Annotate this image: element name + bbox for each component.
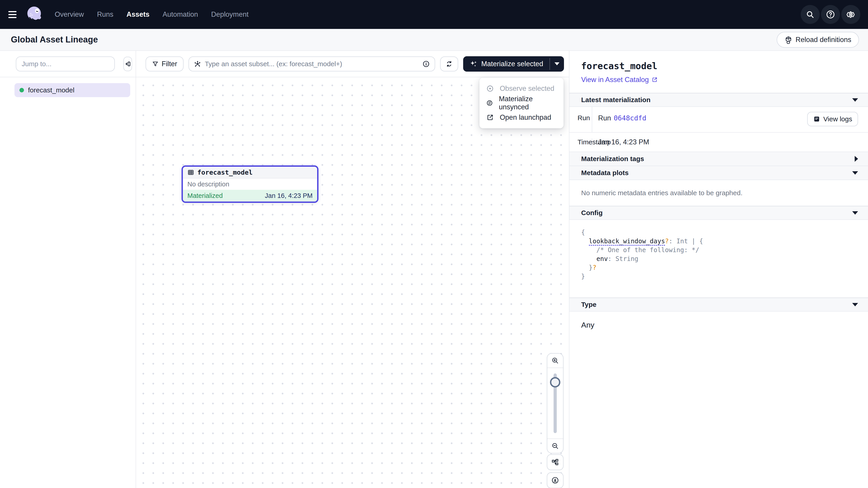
node-title: forecast_model bbox=[197, 168, 252, 176]
jump-to-input[interactable] bbox=[16, 57, 115, 71]
zoom-controls bbox=[547, 353, 563, 453]
timestamp-value: Jan 16, 4:23 PM bbox=[598, 138, 649, 146]
menu-item-observe-selected[interactable]: Observe selected bbox=[479, 81, 563, 96]
filter-funnel-icon bbox=[152, 61, 159, 67]
asset-status-dot bbox=[20, 88, 24, 92]
rearrange-graph-button[interactable] bbox=[547, 454, 563, 470]
sparkles-icon bbox=[469, 60, 477, 68]
lineage-canvas[interactable] bbox=[136, 77, 569, 488]
materialize-options-button[interactable] bbox=[550, 56, 564, 72]
section-metadata-plots[interactable]: Metadata plots bbox=[569, 166, 868, 180]
run-label: Run bbox=[569, 107, 592, 132]
menu-item-label: Materialize unsynced bbox=[499, 95, 557, 111]
asset-subset-input[interactable] bbox=[205, 60, 419, 68]
view-logs-button[interactable]: View logs bbox=[807, 112, 858, 126]
latest-timestamp-row: Timestamp Jan 16, 4:23 PM bbox=[569, 133, 868, 152]
run-id-link[interactable]: 0648cdfd bbox=[614, 114, 647, 132]
nav-item-runs[interactable]: Runs bbox=[97, 10, 113, 19]
latest-run-row: Run Run 0648cdfd View logs bbox=[569, 107, 868, 133]
lineage-graph-panel: Filter Materialize selected bbox=[136, 51, 569, 488]
external-link-icon bbox=[651, 76, 658, 83]
node-description: No description bbox=[183, 178, 317, 190]
section-label: Type bbox=[581, 301, 596, 308]
download-icon bbox=[551, 476, 559, 484]
node-status-badge: Materialized bbox=[187, 192, 223, 199]
chevron-down-icon bbox=[555, 62, 559, 65]
asset-detail-title: forecast_model bbox=[581, 61, 857, 71]
zoom-slider[interactable] bbox=[547, 368, 563, 438]
view-logs-label: View logs bbox=[823, 115, 852, 123]
asset-graph-icon bbox=[194, 60, 201, 68]
filter-label: Filter bbox=[162, 60, 177, 68]
chevron-down-icon bbox=[852, 171, 858, 175]
section-materialization-tags[interactable]: Materialization tags bbox=[569, 152, 868, 166]
help-button[interactable] bbox=[821, 5, 840, 24]
section-latest-materialization[interactable]: Latest materialization bbox=[569, 93, 868, 107]
graph-layout-icon bbox=[551, 458, 559, 466]
collapse-sidebar-button[interactable] bbox=[123, 57, 132, 71]
page-header: Global Asset Lineage Reload definitions bbox=[0, 29, 868, 51]
nav-links: Overview Runs Assets Automation Deployme… bbox=[55, 10, 249, 19]
refresh-graph-button[interactable] bbox=[440, 57, 458, 71]
node-timestamp: Jan 16, 4:23 PM bbox=[265, 192, 313, 199]
observe-icon bbox=[486, 85, 494, 92]
asset-node-forecast-model[interactable]: forecast_model No description Materializ… bbox=[182, 165, 318, 203]
download-image-button[interactable] bbox=[547, 473, 563, 488]
asset-detail-panel: forecast_model View in Asset Catalog Lat… bbox=[569, 51, 868, 488]
chevron-down-icon bbox=[852, 98, 858, 102]
view-in-asset-catalog-link[interactable]: View in Asset Catalog bbox=[581, 76, 658, 84]
zoom-slider-handle[interactable] bbox=[550, 377, 560, 387]
section-label: Latest materialization bbox=[581, 96, 651, 104]
asset-list-label: forecast_model bbox=[28, 86, 74, 94]
reload-definitions-button[interactable]: Reload definitions bbox=[777, 32, 859, 48]
materialize-selected-button[interactable]: Materialize selected bbox=[463, 56, 550, 72]
catalog-link-label: View in Asset Catalog bbox=[581, 76, 649, 84]
open-external-icon bbox=[486, 113, 494, 121]
menu-item-label: Observe selected bbox=[500, 85, 554, 93]
materialize-options-menu: Observe selected Materialize unsynced Op… bbox=[479, 78, 563, 128]
section-label: Materialization tags bbox=[581, 155, 644, 163]
logs-icon bbox=[813, 116, 820, 123]
search-button[interactable] bbox=[801, 5, 819, 24]
nav-item-deployment[interactable]: Deployment bbox=[211, 10, 248, 19]
zoom-in-button[interactable] bbox=[547, 354, 563, 368]
run-prefix: Run bbox=[598, 114, 611, 132]
materialize-sync-icon bbox=[486, 99, 493, 107]
asset-subset-search bbox=[188, 57, 435, 71]
zoom-out-button[interactable] bbox=[547, 438, 563, 453]
metadata-empty-message: No numeric metadata entries available to… bbox=[569, 180, 868, 206]
zoom-in-icon bbox=[551, 357, 559, 364]
search-icon bbox=[806, 10, 815, 19]
materialize-selected-label: Materialize selected bbox=[481, 60, 543, 68]
reload-definitions-label: Reload definitions bbox=[796, 36, 851, 44]
menu-item-open-launchpad[interactable]: Open launchpad bbox=[479, 110, 563, 125]
menu-item-materialize-unsynced[interactable]: Materialize unsynced bbox=[479, 96, 563, 110]
table-icon bbox=[187, 169, 194, 176]
help-icon bbox=[826, 10, 835, 19]
section-config[interactable]: Config bbox=[569, 206, 868, 220]
section-label: Config bbox=[581, 209, 602, 217]
info-icon[interactable] bbox=[423, 60, 430, 68]
page-title: Global Asset Lineage bbox=[11, 35, 98, 44]
section-label: Metadata plots bbox=[581, 169, 629, 177]
chevron-right-icon bbox=[855, 156, 858, 162]
settings-button[interactable] bbox=[841, 5, 860, 24]
top-nav: Overview Runs Assets Automation Deployme… bbox=[0, 0, 868, 29]
dagster-logo[interactable] bbox=[24, 4, 45, 25]
gear-icon bbox=[846, 10, 856, 19]
asset-sidebar: forecast_model bbox=[0, 51, 136, 488]
reload-cube-icon bbox=[784, 36, 793, 44]
materialize-selected-split-button: Materialize selected bbox=[463, 56, 564, 72]
nav-item-overview[interactable]: Overview bbox=[55, 10, 84, 19]
chevron-down-icon bbox=[852, 211, 858, 215]
filter-button[interactable]: Filter bbox=[146, 57, 184, 71]
nav-item-assets[interactable]: Assets bbox=[127, 10, 150, 19]
refresh-icon bbox=[445, 60, 453, 68]
sidebar-item-forecast-model[interactable]: forecast_model bbox=[14, 83, 130, 97]
nav-item-automation[interactable]: Automation bbox=[162, 10, 198, 19]
chevron-down-icon bbox=[852, 303, 858, 306]
config-schema-code: { lookback_window_days?: Int | { /* One … bbox=[569, 220, 868, 297]
hamburger-menu-icon[interactable] bbox=[3, 0, 22, 29]
type-value: Any bbox=[569, 312, 868, 338]
section-type[interactable]: Type bbox=[569, 297, 868, 312]
